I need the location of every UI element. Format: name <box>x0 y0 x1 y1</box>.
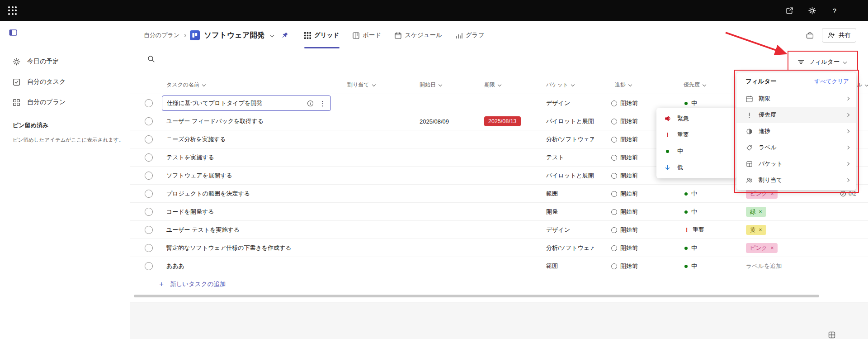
layout-grid-icon[interactable] <box>828 331 835 339</box>
table-row[interactable]: コードを開発する 開発 開始前 中 緑× <box>130 203 868 221</box>
progress-cell[interactable]: 開始前 <box>611 167 638 185</box>
settings-gear-icon[interactable] <box>807 6 816 15</box>
label-chip[interactable]: 黄× <box>746 225 766 235</box>
label-cell[interactable]: ピンク× <box>746 239 778 257</box>
sidebar-item-today[interactable]: 今日の予定 <box>0 52 130 72</box>
tab-grid[interactable]: グリッド <box>304 31 339 39</box>
priority-option-urgent[interactable]: 緊急 <box>656 110 737 127</box>
info-icon[interactable] <box>307 100 314 107</box>
tab-charts[interactable]: グラフ <box>456 31 484 39</box>
priority-option-important[interactable]: ! 重要 <box>656 127 737 143</box>
bucket-cell[interactable]: パイロットと展開 <box>546 167 594 185</box>
task-name[interactable]: ユーザー フィードバックを取得する <box>166 112 264 130</box>
bucket-cell[interactable]: デザイン <box>546 221 594 239</box>
column-header-start-date[interactable]: 開始日 <box>420 75 442 94</box>
label-cell[interactable]: 緑× <box>746 203 766 221</box>
add-label-link[interactable]: ラベルを追加 <box>746 262 782 270</box>
bucket-cell[interactable]: テスト <box>546 148 594 167</box>
priority-cell[interactable]: 中 <box>684 185 697 203</box>
sidebar-item-my-plans[interactable]: 自分のプラン <box>0 92 130 112</box>
filter-item-priority[interactable]: 優先度 <box>736 107 856 123</box>
select-task-radio[interactable] <box>145 244 153 252</box>
label-chip[interactable]: ピンク× <box>746 189 778 199</box>
select-task-radio[interactable] <box>145 190 153 198</box>
task-name[interactable]: テストを実施する <box>166 148 214 167</box>
label-cell[interactable]: 黄× <box>746 221 766 239</box>
task-name-edit-box[interactable]: 仕様に基づいてプロトタイプを開発 ⋮ <box>162 95 331 111</box>
table-row[interactable]: あああ 範囲 開始前 中 ラベルを追加 <box>130 257 868 275</box>
filter-item-label[interactable]: ラベル <box>736 139 856 156</box>
task-name[interactable]: 暫定的なソフトウェア仕様の下書きを作成する <box>166 239 292 257</box>
bucket-cell[interactable]: 分析/ソフトウェア <box>546 130 594 148</box>
sidebar-item-my-tasks[interactable]: 自分のタスク <box>0 72 130 92</box>
select-task-radio[interactable] <box>145 172 153 180</box>
column-header-priority[interactable]: 優先度 <box>684 75 706 94</box>
app-launcher-icon[interactable] <box>8 6 17 15</box>
label-chip[interactable]: ピンク× <box>746 243 778 253</box>
bucket-cell[interactable]: パイロットと展開 <box>546 112 594 130</box>
remove-label-icon[interactable]: × <box>759 209 762 215</box>
progress-cell[interactable]: 開始前 <box>611 257 638 275</box>
task-name[interactable]: プロジェクトの範囲を決定する <box>166 185 250 203</box>
column-header-due-date[interactable]: 期限 <box>484 75 501 94</box>
progress-cell[interactable]: 開始前 <box>611 112 638 130</box>
bucket-cell[interactable]: 範囲 <box>546 185 594 203</box>
kebab-menu-icon[interactable]: ⋮ <box>319 100 326 107</box>
filter-item-due-date[interactable]: 期限 <box>736 91 856 107</box>
select-task-radio[interactable] <box>145 226 153 234</box>
tab-board[interactable]: ボード <box>353 31 381 39</box>
priority-option-medium[interactable]: 中 <box>656 143 737 159</box>
progress-cell[interactable]: 開始前 <box>611 130 638 148</box>
filter-item-progress[interactable]: 進捗 <box>736 123 856 139</box>
pin-icon[interactable] <box>281 32 288 39</box>
task-name[interactable]: あああ <box>166 257 184 275</box>
priority-cell[interactable]: 中 <box>684 239 697 257</box>
select-task-radio[interactable] <box>145 135 153 143</box>
table-row[interactable]: ユーザー テストを実施する デザイン 開始前 !重要 黄× <box>130 221 868 239</box>
bucket-cell[interactable]: 範囲 <box>546 257 594 275</box>
column-header-task-name[interactable]: タスクの名前 <box>166 75 205 94</box>
priority-cell[interactable]: !重要 <box>684 221 704 239</box>
column-header-bucket[interactable]: バケット <box>546 75 574 94</box>
bucket-cell[interactable]: 分析/ソフトウェア <box>546 239 594 257</box>
add-task-button[interactable]: + 新しいタスクの追加 <box>130 275 868 293</box>
priority-option-low[interactable]: 低 <box>656 159 737 176</box>
filter-item-bucket[interactable]: バケット <box>736 156 856 172</box>
due-date-cell[interactable]: 2025/08/13 <box>484 112 521 130</box>
progress-cell[interactable]: 開始前 <box>611 239 638 257</box>
label-chip[interactable]: 緑× <box>746 207 766 217</box>
tab-schedule[interactable]: スケジュール <box>395 31 442 39</box>
column-header-label-fragment[interactable]: ル <box>857 75 868 94</box>
remove-label-icon[interactable]: × <box>770 245 774 251</box>
filter-button[interactable]: フィルター <box>791 54 853 70</box>
task-name-input[interactable]: 仕様に基づいてプロトタイプを開発 <box>167 99 302 107</box>
plan-switcher-chevron-icon[interactable] <box>270 33 274 37</box>
select-task-radio[interactable] <box>145 208 153 216</box>
share-arrow-icon[interactable] <box>785 6 794 15</box>
task-name[interactable]: ユーザー テストを実施する <box>166 221 240 239</box>
column-header-progress[interactable]: 進捗 <box>615 75 632 94</box>
remove-label-icon[interactable]: × <box>759 227 762 233</box>
label-cell[interactable]: ラベルを追加 <box>746 257 782 275</box>
progress-cell[interactable]: 開始前 <box>611 185 638 203</box>
select-task-radio[interactable] <box>145 262 153 270</box>
task-name[interactable]: コードを開発する <box>166 203 214 221</box>
remove-label-icon[interactable]: × <box>770 191 774 197</box>
search-icon[interactable] <box>147 55 155 63</box>
task-name[interactable]: ニーズ分析を実施する <box>166 130 226 148</box>
help-icon[interactable]: ? <box>830 6 839 15</box>
progress-cell[interactable]: 開始前 <box>611 221 638 239</box>
bucket-cell[interactable]: 開発 <box>546 203 594 221</box>
clear-all-filters-link[interactable]: すべてクリア <box>814 78 849 86</box>
table-row[interactable]: 暫定的なソフトウェア仕様の下書きを作成する 分析/ソフトウェア 開始前 中 ピン… <box>130 239 868 257</box>
briefcase-icon[interactable] <box>806 32 814 39</box>
progress-cell[interactable]: 開始前 <box>611 94 638 112</box>
priority-cell[interactable]: 中 <box>684 203 697 221</box>
select-task-radio[interactable] <box>145 153 153 162</box>
column-header-assigned[interactable]: 割り当て <box>347 75 375 94</box>
horizontal-scrollbar[interactable] <box>134 295 819 297</box>
task-name[interactable]: ソフトウェアを展開する <box>166 167 232 185</box>
share-button[interactable]: 共有 <box>822 28 856 43</box>
bucket-cell[interactable]: デザイン <box>546 94 594 112</box>
progress-cell[interactable]: 開始前 <box>611 203 638 221</box>
